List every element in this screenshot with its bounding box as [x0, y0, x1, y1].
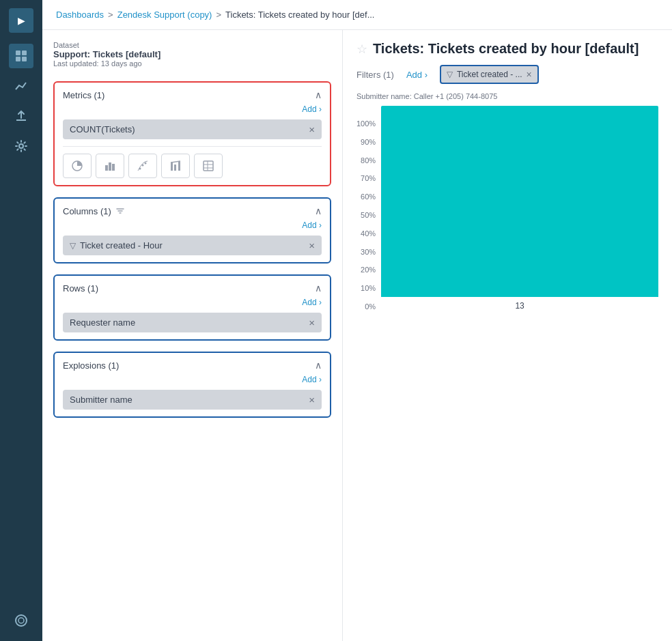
rows-chip-close[interactable]: × [309, 317, 315, 328]
svg-point-5 [16, 615, 27, 626]
metrics-header: Metrics (1) ∧ [63, 89, 322, 100]
rows-chevron[interactable]: ∧ [315, 283, 322, 294]
metrics-chip-label: COUNT(Tickets) [70, 124, 135, 134]
y-axis-60: 60% [361, 193, 376, 201]
svg-rect-0 [16, 51, 20, 55]
chart-star-icon[interactable]: ☆ [356, 42, 367, 57]
filter-chip[interactable]: ▽ Ticket created - ... × [440, 65, 539, 84]
chart-type-line[interactable] [161, 154, 190, 178]
sidebar-item-support[interactable] [9, 608, 33, 633]
columns-chip-close[interactable]: × [309, 240, 315, 251]
explosions-title: Explosions (1) [63, 360, 119, 371]
svg-point-4 [19, 144, 23, 148]
chart-title: Tickets: Tickets created by hour [defaul… [373, 41, 639, 57]
sidebar-item-dashboard[interactable] [9, 44, 33, 68]
metrics-chip-close[interactable]: × [309, 124, 315, 134]
svg-rect-2 [16, 57, 20, 61]
content-area: Dataset Support: Tickets [default] Last … [42, 30, 672, 641]
columns-title: Columns (1) [63, 206, 111, 216]
breadcrumb-sep2: > [216, 10, 221, 20]
chart-type-bar[interactable] [96, 154, 124, 178]
sidebar-item-chart[interactable] [9, 74, 33, 98]
explosions-chip: Submitter name × [63, 390, 322, 410]
sidebar-item-upload[interactable] [9, 104, 33, 128]
y-axis-20: 20% [361, 266, 376, 274]
rows-chip-text: Requester name [70, 317, 135, 328]
sidebar-item-settings[interactable] [9, 134, 33, 158]
svg-rect-9 [109, 162, 111, 171]
breadcrumb-current: Tickets: Tickets created by hour [def... [225, 10, 374, 20]
breadcrumb-sep1: > [108, 10, 113, 20]
explosions-section: Explosions (1) ∧ Add › Submitter name × [53, 352, 331, 418]
y-axis-10: 10% [361, 284, 376, 292]
explosions-chip-text: Submitter name [70, 395, 132, 405]
right-panel: ☆ Tickets: Tickets created by hour [defa… [343, 30, 672, 641]
add-filter-button[interactable]: Add › [401, 67, 433, 83]
svg-rect-3 [22, 57, 27, 61]
metrics-chip-text: COUNT(Tickets) [70, 124, 135, 134]
bar-container [381, 106, 658, 297]
y-axis-100: 100% [356, 119, 376, 128]
y-axis-90: 90% [361, 138, 376, 146]
breadcrumb-zendesk[interactable]: Zendesk Support (copy) [117, 10, 212, 20]
svg-point-13 [145, 162, 147, 165]
rows-header: Rows (1) ∧ [63, 283, 322, 294]
y-axis: 100% 90% 80% 70% 60% 50% 40% 30% 20% 10%… [356, 119, 381, 311]
x-axis-label: 13 [381, 301, 658, 311]
breadcrumb: Dashboards > Zendesk Support (copy) > Ti… [42, 0, 672, 30]
filters-label: Filters (1) [356, 70, 394, 80]
filter-chip-label: Ticket created - ... [457, 70, 522, 79]
columns-add-link[interactable]: Add › [63, 220, 322, 230]
y-axis-70: 70% [361, 174, 376, 182]
chart-type-scatter[interactable] [128, 154, 157, 178]
rows-title: Rows (1) [63, 283, 98, 294]
dataset-info: Dataset Support: Tickets [default] Last … [53, 41, 331, 68]
filter-chip-close[interactable]: × [527, 69, 532, 80]
columns-header: Columns (1) ∧ [63, 205, 322, 216]
columns-chip-label: ▽ Ticket created - Hour [70, 240, 163, 251]
chart-type-table[interactable] [194, 154, 223, 178]
columns-filter-icon: ▽ [70, 241, 76, 251]
rows-chip: Requester name × [63, 313, 322, 332]
columns-chip-text: Ticket created - Hour [80, 240, 163, 251]
explosions-add-link[interactable]: Add › [63, 375, 322, 384]
filters-row: Filters (1) Add › ▽ Ticket created - ...… [356, 65, 658, 84]
svg-rect-1 [22, 51, 27, 55]
rows-chip-label: Requester name [70, 317, 135, 328]
dataset-updated: Last updated: 13 days ago [53, 59, 331, 68]
chart-content: 13 [381, 106, 658, 311]
explosions-header: Explosions (1) ∧ [63, 360, 322, 371]
metrics-title: Metrics (1) [63, 90, 104, 100]
metrics-chevron[interactable]: ∧ [315, 89, 322, 100]
dataset-label: Dataset [53, 41, 331, 49]
rows-add-link[interactable]: Add › [63, 298, 322, 307]
bar-13 [381, 106, 658, 297]
submitter-label: Submitter name: Caller +1 (205) 744-8075 [356, 92, 658, 100]
chart-types-row [63, 146, 322, 178]
chart-type-pie[interactable] [63, 154, 92, 178]
sidebar: ▶ [0, 0, 42, 641]
left-panel: Dataset Support: Tickets [default] Last … [42, 30, 343, 641]
filter-chip-filter-icon: ▽ [447, 70, 453, 79]
svg-rect-18 [204, 161, 213, 171]
svg-rect-15 [174, 165, 176, 171]
breadcrumb-dashboards[interactable]: Dashboards [56, 10, 104, 20]
svg-rect-8 [105, 165, 108, 171]
y-axis-80: 80% [361, 156, 376, 165]
sidebar-logo[interactable]: ▶ [9, 8, 33, 33]
chart-visualization: 100% 90% 80% 70% 60% 50% 40% 30% 20% 10%… [356, 106, 658, 311]
dataset-name: Support: Tickets [default] [53, 49, 331, 59]
metrics-chip: COUNT(Tickets) × [63, 119, 322, 139]
y-axis-40: 40% [361, 229, 376, 238]
metrics-add-link[interactable]: Add › [63, 104, 322, 114]
columns-section: Columns (1) ∧ Add › ▽ Ticket created - H… [53, 197, 331, 263]
columns-sort-icon [115, 206, 125, 216]
explosions-chevron[interactable]: ∧ [315, 360, 322, 371]
columns-chevron[interactable]: ∧ [315, 205, 322, 216]
y-axis-50: 50% [361, 211, 376, 219]
explosions-chip-close[interactable]: × [309, 395, 315, 405]
svg-rect-14 [171, 162, 173, 171]
explosions-chip-label: Submitter name [70, 395, 132, 405]
y-axis-30: 30% [361, 248, 376, 256]
main-area: Dashboards > Zendesk Support (copy) > Ti… [42, 0, 672, 641]
